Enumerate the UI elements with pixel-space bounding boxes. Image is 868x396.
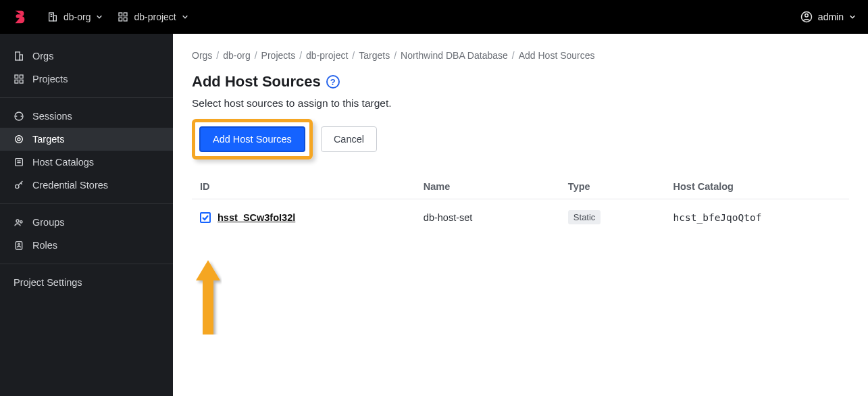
svg-point-24 bbox=[20, 221, 22, 223]
sidebar-item-orgs[interactable]: Orgs bbox=[0, 45, 173, 68]
roles-icon bbox=[14, 240, 24, 251]
grid-icon bbox=[14, 74, 24, 84]
sidebar-item-roles[interactable]: Roles bbox=[0, 234, 173, 257]
user-icon bbox=[800, 11, 813, 23]
sidebar-item-label: Credential Stores bbox=[32, 180, 108, 191]
page-title: Add Host Sources bbox=[192, 73, 321, 91]
user-name: admin bbox=[818, 11, 844, 22]
sidebar-item-label: Sessions bbox=[32, 111, 72, 122]
sessions-icon bbox=[14, 111, 24, 122]
breadcrumb-item[interactable]: Projects bbox=[261, 50, 296, 61]
topbar: db-org db-project admin bbox=[0, 0, 868, 34]
help-icon[interactable]: ? bbox=[326, 75, 340, 89]
target-icon bbox=[14, 134, 24, 145]
user-menu[interactable]: admin bbox=[800, 11, 856, 23]
svg-rect-12 bbox=[15, 75, 18, 78]
svg-rect-15 bbox=[20, 80, 23, 83]
chevron-down-icon bbox=[182, 14, 188, 20]
svg-rect-6 bbox=[119, 18, 122, 21]
sidebar-item-label: Roles bbox=[32, 240, 57, 251]
catalog-icon bbox=[14, 157, 24, 168]
cancel-button[interactable]: Cancel bbox=[321, 126, 377, 152]
sidebar-item-targets[interactable]: Targets bbox=[0, 128, 173, 151]
sidebar-item-label: Targets bbox=[32, 134, 65, 145]
sidebar-item-credential-stores[interactable]: Credential Stores bbox=[0, 174, 173, 197]
chevron-down-icon bbox=[96, 14, 103, 20]
project-selector[interactable]: db-project bbox=[118, 11, 188, 22]
breadcrumb-item[interactable]: db-org bbox=[223, 50, 250, 61]
host-source-name: db-host-set bbox=[415, 199, 560, 236]
groups-icon bbox=[14, 217, 24, 228]
svg-point-9 bbox=[805, 14, 809, 18]
page-description: Select host sources to assign to this ta… bbox=[192, 97, 849, 109]
host-catalog-id: hcst_bfeJqoQtof bbox=[665, 199, 849, 236]
host-source-id-link[interactable]: hsst_SCw3foI32l bbox=[218, 212, 295, 223]
check-icon bbox=[201, 214, 209, 222]
building-icon bbox=[14, 51, 24, 61]
annotation-highlight: Add Host Sources bbox=[192, 119, 313, 159]
sidebar: Orgs Projects Sessions Targets Host Cata… bbox=[0, 34, 173, 396]
chevron-down-icon bbox=[849, 14, 856, 20]
breadcrumb: Orgs/ db-org/ Projects/ db-project/ Targ… bbox=[192, 50, 849, 61]
svg-rect-11 bbox=[20, 55, 22, 60]
breadcrumb-item[interactable]: db-project bbox=[306, 50, 348, 61]
table-header-catalog: Host Catalog bbox=[665, 174, 849, 199]
host-source-type-badge: Static bbox=[568, 210, 601, 224]
table-header-name: Name bbox=[415, 174, 560, 199]
sidebar-item-label: Groups bbox=[32, 217, 65, 228]
svg-point-26 bbox=[18, 243, 20, 245]
svg-point-22 bbox=[16, 184, 19, 188]
sidebar-item-projects[interactable]: Projects bbox=[0, 68, 173, 91]
svg-point-17 bbox=[16, 136, 23, 143]
key-icon bbox=[14, 180, 24, 191]
app-logo bbox=[12, 9, 27, 24]
org-selector[interactable]: db-org bbox=[47, 11, 103, 22]
svg-rect-7 bbox=[124, 18, 128, 21]
svg-rect-5 bbox=[124, 13, 128, 16]
add-host-sources-button[interactable]: Add Host Sources bbox=[199, 126, 305, 152]
svg-rect-4 bbox=[119, 13, 122, 16]
svg-point-18 bbox=[18, 138, 20, 141]
svg-point-23 bbox=[16, 220, 19, 222]
sidebar-item-project-settings[interactable]: Project Settings bbox=[0, 271, 173, 294]
sidebar-item-sessions[interactable]: Sessions bbox=[0, 105, 173, 128]
host-sources-table: ID Name Type Host Catalog hsst_SCw3foI32… bbox=[192, 174, 849, 235]
org-name: db-org bbox=[63, 11, 91, 22]
sidebar-item-label: Project Settings bbox=[14, 277, 82, 288]
svg-rect-1 bbox=[53, 16, 56, 21]
row-checkbox[interactable] bbox=[200, 212, 211, 223]
breadcrumb-item[interactable]: Northwind DBA Database bbox=[401, 50, 508, 61]
svg-rect-14 bbox=[15, 80, 18, 83]
sidebar-item-label: Host Catalogs bbox=[32, 157, 94, 168]
table-header-id: ID bbox=[192, 174, 415, 199]
breadcrumb-item[interactable]: Orgs bbox=[192, 50, 212, 61]
project-name: db-project bbox=[134, 11, 176, 22]
sidebar-item-groups[interactable]: Groups bbox=[0, 211, 173, 234]
svg-rect-13 bbox=[20, 75, 23, 78]
sidebar-item-label: Orgs bbox=[32, 51, 53, 61]
main-content: Orgs/ db-org/ Projects/ db-project/ Targ… bbox=[173, 34, 868, 396]
sidebar-item-host-catalogs[interactable]: Host Catalogs bbox=[0, 151, 173, 174]
sidebar-item-label: Projects bbox=[32, 74, 68, 84]
breadcrumb-item[interactable]: Add Host Sources bbox=[519, 50, 595, 61]
svg-rect-10 bbox=[16, 52, 20, 60]
table-header-type: Type bbox=[560, 174, 665, 199]
breadcrumb-item[interactable]: Targets bbox=[359, 50, 390, 61]
table-row: hsst_SCw3foI32l db-host-set Static hcst_… bbox=[192, 199, 849, 236]
